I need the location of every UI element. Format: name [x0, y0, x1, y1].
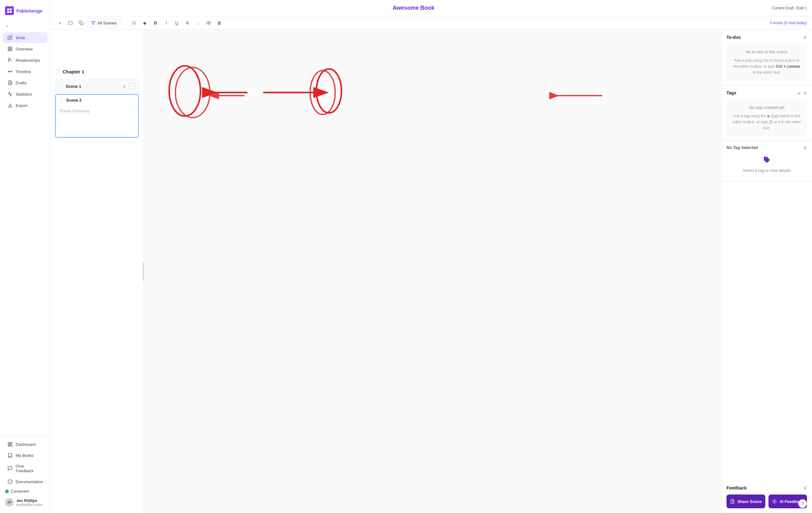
todos-header: To-dos ∨ — [726, 34, 807, 40]
draft-label: Current Draft: Draft 1 — [772, 6, 807, 10]
editor-toolbar: + All Scenes ☑ ◆ B I U S ↓ 🗑 0 words (0 … — [50, 16, 812, 30]
todos-empty-message: No to-dos in this scene — [731, 49, 802, 55]
scene-summary-field[interactable]: Scene Summary — [56, 106, 138, 137]
download-button[interactable]: ↓ — [193, 18, 203, 28]
tags-empty-message: No tags created yet — [731, 104, 802, 111]
connected-label: Connected — [11, 489, 29, 493]
sidebar-label-my-books: My Books — [16, 453, 33, 458]
sidebar-item-dashboard[interactable]: Dashboard — [2, 439, 47, 450]
sidebar-label-statistics: Statistics — [16, 92, 32, 97]
sidebar-item-write[interactable]: Write — [2, 32, 47, 43]
annotation-overlay — [144, 30, 721, 513]
todos-description: Add a todo using the ☑ (todo) button in … — [731, 58, 802, 76]
scene-1-item[interactable]: ⋮ Scene 1 1 — [55, 80, 139, 93]
svg-point-23 — [175, 68, 210, 117]
help-button[interactable]: ? — [798, 499, 807, 508]
annotation-svg — [144, 30, 721, 513]
svg-point-25 — [310, 71, 335, 114]
tags-chevron[interactable]: ∨ — [803, 90, 807, 96]
no-tag-chevron[interactable]: ∨ — [803, 144, 807, 151]
user-email: jen@phillips.codes — [16, 503, 42, 506]
right-panel: To-dos ∨ No to-dos in this scene Add a t… — [721, 30, 812, 513]
delete-button[interactable]: 🗑 — [214, 18, 224, 28]
tag-button[interactable]: ◆ — [140, 18, 149, 28]
todo-button[interactable]: ☑ — [129, 18, 139, 28]
collapse-icon: ‹ — [6, 23, 8, 29]
scene-1-name: Scene 1 — [66, 84, 121, 89]
connected-status: Connected — [0, 487, 50, 495]
strikethrough-button[interactable]: S — [183, 18, 192, 28]
avatar-initials: JP — [7, 501, 11, 504]
feedback-section: Feedback ∨ Share Scene AI Feedback — [722, 480, 812, 513]
no-tag-section: No Tag Selected ∨ Select a tag to view d… — [722, 141, 812, 182]
chapter-header: ⋮ Chapter 1 — [55, 66, 139, 77]
svg-rect-15 — [10, 444, 12, 446]
svg-rect-20 — [81, 22, 83, 25]
svg-point-32 — [774, 501, 775, 502]
svg-marker-21 — [91, 21, 95, 25]
svg-rect-1 — [10, 8, 11, 10]
view-button[interactable] — [204, 18, 213, 28]
sidebar-collapse[interactable]: ‹ — [2, 20, 47, 32]
chapter-drag-handle[interactable]: ⋮ — [55, 69, 60, 75]
tags-section: Tags ⊿ ∨ No tags created yet Add a tag u… — [722, 85, 812, 141]
share-scene-label: Share Scene — [737, 499, 762, 504]
word-count: 0 words (0 total today) — [770, 21, 807, 25]
sidebar-item-give-feedback[interactable]: Give Feedback — [2, 461, 47, 476]
logo: Fablehenge — [0, 4, 50, 20]
sidebar-item-my-books[interactable]: My Books — [2, 450, 47, 461]
scene-2-drag-handle[interactable]: ⋮ — [60, 98, 64, 103]
empty-space-top — [55, 35, 139, 66]
svg-rect-5 — [10, 47, 12, 49]
svg-point-8 — [8, 58, 10, 60]
svg-rect-0 — [7, 8, 9, 10]
sidebar-nav: ‹ Write Overview Relationships Timeline … — [0, 20, 50, 509]
sidebar-label-dashboard: Dashboard — [16, 442, 36, 447]
filter-button[interactable]: All Scenes — [87, 19, 121, 28]
word-count-today: (0 total today) — [784, 21, 807, 25]
sidebar-label-drafts: Drafts — [16, 81, 27, 85]
scene-1-drag-handle[interactable]: ⋮ — [59, 84, 63, 89]
svg-point-30 — [316, 69, 342, 113]
tag-select-message: Select a tag to view details — [726, 166, 807, 178]
todos-title: To-dos — [726, 35, 741, 40]
sidebar-item-export[interactable]: Export — [2, 100, 47, 111]
sidebar-item-relationships[interactable]: Relationships — [2, 55, 47, 65]
svg-rect-6 — [8, 49, 10, 51]
avatar: JP — [5, 498, 14, 507]
bold-button[interactable]: B — [151, 18, 160, 28]
tags-filter-icon[interactable]: ⊿ — [797, 90, 801, 95]
scene-2-expanded: ⋮ Scene 2 Scene Summary — [55, 94, 139, 138]
underline-button[interactable]: U — [172, 18, 181, 28]
svg-rect-4 — [8, 47, 10, 49]
tag-placeholder-icon — [726, 154, 807, 166]
user-name: Jen Phillips — [16, 498, 42, 503]
no-tag-label: No Tag Selected — [726, 145, 758, 150]
user-profile: JP Jen Phillips jen@phillips.codes — [0, 495, 50, 509]
sidebar-label-write: Write — [16, 35, 25, 40]
todos-empty-state: No to-dos in this scene Add a todo using… — [726, 44, 807, 81]
user-info: Jen Phillips jen@phillips.codes — [16, 498, 42, 506]
sidebar-item-drafts[interactable]: Drafts — [2, 77, 47, 88]
scene-1-badge: 1 — [123, 84, 125, 88]
feedback-chevron[interactable]: ∨ — [803, 485, 807, 491]
folder-button[interactable] — [66, 18, 75, 28]
word-count-text: 0 words — [770, 21, 783, 25]
copy-button[interactable] — [77, 18, 86, 28]
italic-button[interactable]: I — [161, 18, 171, 28]
svg-rect-7 — [10, 49, 12, 51]
add-button[interactable]: + — [55, 18, 64, 28]
scene-1-checkbox[interactable] — [128, 83, 135, 89]
sidebar-item-documentation[interactable]: Documentation — [2, 476, 47, 487]
feedback-header: Feedback ∨ — [726, 485, 807, 491]
sidebar-label-export: Export — [16, 103, 28, 108]
editor-area[interactable] — [144, 30, 721, 513]
chapter-title: Chapter 1 — [63, 69, 84, 74]
sidebar-item-overview[interactable]: Overview — [2, 44, 47, 54]
tags-empty-state: No tags created yet Add a tag using the … — [726, 100, 807, 136]
todos-chevron[interactable]: ∨ — [803, 34, 807, 40]
sidebar-item-statistics[interactable]: Statistics — [2, 89, 47, 100]
content-area: ⋮ Chapter 1 ⋮ Scene 1 1 ⋮ Scene 2 — [50, 30, 812, 513]
sidebar-item-timeline[interactable]: Timeline — [2, 66, 47, 77]
share-scene-button[interactable]: Share Scene — [726, 494, 765, 508]
